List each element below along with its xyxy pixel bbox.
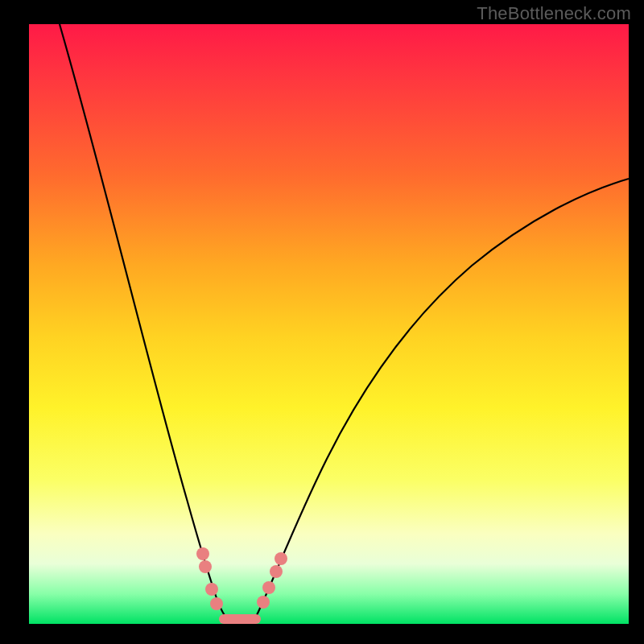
curve-right-branch	[256, 179, 629, 617]
watermark-text: TheBottleneck.com	[477, 3, 631, 24]
curve-layer	[29, 24, 629, 624]
chart-frame: TheBottleneck.com	[0, 0, 644, 644]
valley-dot	[262, 581, 275, 594]
valley-dot	[205, 583, 218, 596]
valley-dot	[196, 547, 209, 560]
valley-dot	[199, 560, 212, 573]
valley-dot	[257, 596, 270, 609]
curve-left-branch	[60, 24, 225, 617]
valley-plateau	[219, 614, 261, 624]
valley-dot	[270, 565, 283, 578]
valley-dot	[275, 552, 287, 565]
plot-area	[29, 24, 629, 624]
valley-dot	[210, 597, 223, 610]
